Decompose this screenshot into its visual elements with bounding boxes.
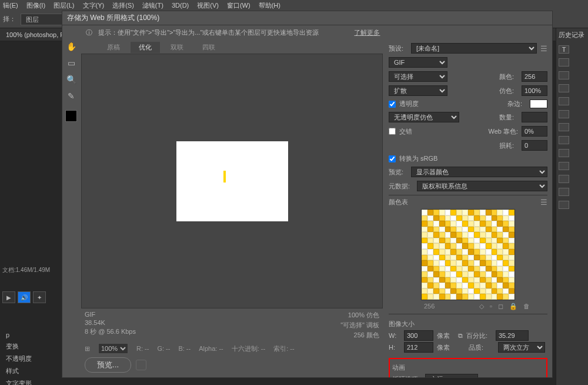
color-swatch[interactable] (492, 249, 497, 255)
color-swatch[interactable] (439, 232, 445, 238)
color-swatch[interactable] (468, 227, 474, 233)
color-swatch[interactable] (468, 288, 474, 294)
play-icon[interactable]: ▶ (2, 291, 15, 303)
color-swatch[interactable] (474, 266, 480, 272)
color-swatch[interactable] (422, 277, 427, 283)
color-swatch[interactable] (474, 271, 480, 277)
color-swatch[interactable] (497, 221, 503, 227)
color-swatch[interactable] (462, 227, 468, 233)
color-swatch[interactable] (509, 243, 514, 249)
color-swatch[interactable] (450, 288, 456, 294)
color-swatch[interactable] (503, 294, 509, 300)
color-swatch[interactable] (509, 260, 514, 266)
color-swatch[interactable] (503, 221, 509, 227)
color-swatch[interactable] (422, 227, 427, 233)
color-swatch[interactable] (492, 255, 497, 261)
panel-icon[interactable] (559, 123, 569, 131)
color-swatch[interactable] (492, 243, 497, 249)
color-swatch[interactable] (433, 210, 439, 215)
layer-item[interactable]: p (0, 330, 59, 340)
format-select[interactable]: GIF (389, 57, 447, 68)
color-swatch[interactable] (422, 221, 427, 227)
preview-button[interactable]: 预览... (85, 357, 131, 373)
color-swatch[interactable] (439, 249, 445, 255)
color-swatch[interactable] (497, 249, 503, 255)
color-swatch[interactable] (492, 260, 497, 266)
panel-icon[interactable] (559, 71, 569, 79)
color-swatch[interactable] (468, 277, 474, 283)
color-swatch[interactable] (445, 260, 451, 266)
color-swatch[interactable] (427, 288, 433, 294)
menu-item[interactable]: 辑(E) (3, 1, 18, 10)
color-swatch[interactable] (445, 255, 451, 261)
color-swatch[interactable] (427, 221, 433, 227)
color-swatch[interactable] (462, 232, 468, 238)
color-swatch[interactable] (497, 260, 503, 266)
color-swatch[interactable] (486, 221, 492, 227)
color-swatch[interactable] (427, 249, 433, 255)
color-swatch[interactable] (456, 232, 462, 238)
color-swatch[interactable] (486, 232, 492, 238)
color-swatch[interactable] (450, 215, 456, 221)
color-swatch[interactable] (456, 249, 462, 255)
color-swatch[interactable] (433, 294, 439, 300)
color-swatch[interactable] (462, 288, 468, 294)
color-swatch[interactable] (422, 271, 427, 277)
panel-icon[interactable] (559, 58, 569, 67)
layer-item[interactable]: 样式 (0, 365, 59, 377)
color-swatch[interactable] (439, 227, 445, 233)
layer-item[interactable]: 文字变形 (0, 377, 59, 385)
tab-optimized[interactable]: 优化 (131, 42, 160, 53)
color-swatch[interactable] (497, 255, 503, 261)
color-swatch[interactable] (433, 266, 439, 272)
color-swatch[interactable] (486, 215, 492, 221)
color-swatch[interactable] (462, 221, 468, 227)
color-swatch[interactable] (497, 215, 503, 221)
colors-input[interactable] (522, 71, 547, 82)
color-swatch[interactable] (492, 210, 497, 215)
color-swatch[interactable] (427, 215, 433, 221)
color-swatch[interactable] (480, 238, 486, 244)
transparency-checkbox[interactable] (389, 101, 396, 108)
color-swatch[interactable] (468, 249, 474, 255)
color-swatch[interactable] (456, 260, 462, 266)
color-swatch[interactable] (497, 266, 503, 272)
color-swatch[interactable] (497, 277, 503, 283)
color-swatch[interactable] (480, 215, 486, 221)
color-swatch[interactable] (480, 227, 486, 233)
color-swatch[interactable] (492, 277, 497, 283)
height-input[interactable] (404, 342, 433, 353)
color-swatch[interactable] (503, 238, 509, 244)
color-swatch[interactable] (468, 266, 474, 272)
color-swatch[interactable] (439, 221, 445, 227)
color-swatch[interactable] (503, 266, 509, 272)
color-swatch[interactable] (503, 271, 509, 277)
color-swatch[interactable] (480, 260, 486, 266)
color-swatch[interactable] (433, 283, 439, 288)
color-swatch[interactable] (462, 249, 468, 255)
color-swatch[interactable] (468, 238, 474, 244)
color-swatch[interactable] (468, 210, 474, 215)
color-swatch[interactable] (486, 277, 492, 283)
color-swatch[interactable] (433, 260, 439, 266)
color-swatch[interactable] (422, 232, 427, 238)
color-swatch[interactable] (468, 221, 474, 227)
color-swatch[interactable] (422, 283, 427, 288)
panel-icon[interactable] (559, 110, 569, 118)
color-swatch[interactable] (422, 249, 427, 255)
color-swatch[interactable] (480, 210, 486, 215)
color-swatch[interactable] (450, 266, 456, 272)
color-swatch[interactable] (445, 243, 451, 249)
color-swatch[interactable] (497, 294, 503, 300)
ct-icon[interactable]: ▫ (490, 303, 492, 310)
preset-select[interactable]: [未命名] (411, 43, 537, 54)
speaker-icon[interactable]: 🔊 (18, 291, 31, 303)
color-swatch[interactable] (509, 221, 514, 227)
color-swatch[interactable] (456, 221, 462, 227)
ct-icon[interactable]: ◻ (498, 303, 503, 310)
dither-amt-input[interactable] (522, 85, 547, 96)
color-swatch[interactable] (433, 238, 439, 244)
width-input[interactable] (404, 330, 433, 341)
color-swatch[interactable] (503, 260, 509, 266)
link-icon[interactable]: ⧉ (458, 332, 463, 340)
